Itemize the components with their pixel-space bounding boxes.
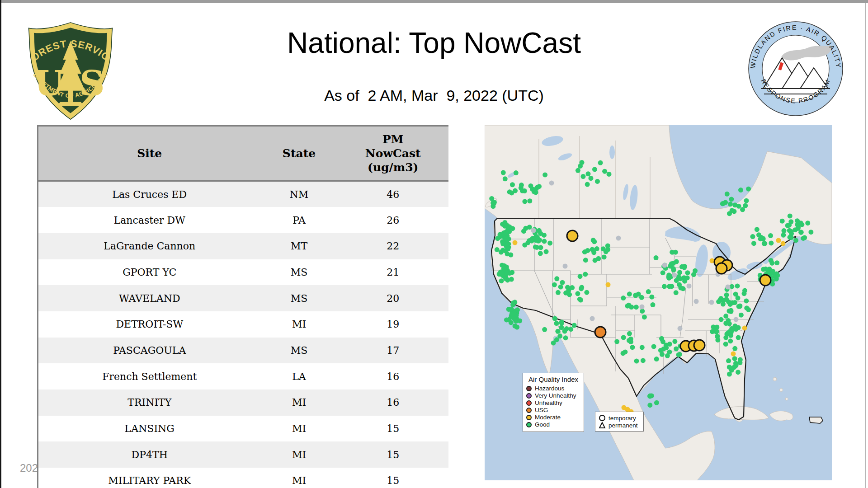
good-site-dot [731,365,736,370]
permanent-triangle-icon [599,422,606,429]
good-site-dot [556,290,561,295]
good-site-dot [630,345,635,350]
good-site-dot [678,276,683,281]
good-site-dot [507,189,512,194]
aqi-legend-item: Good [526,421,580,428]
good-site-dot [714,324,719,329]
pm-nowcast-cell: 20 [338,285,449,311]
good-site-dot [558,285,563,290]
good-site-dot [762,241,767,246]
good-site-dot [607,172,612,177]
good-site-dot [768,233,773,238]
table-row: GPORT YCMS21 [38,259,449,286]
good-site-dot [547,241,552,246]
inactive-site-dot [531,228,536,233]
good-site-dot [781,233,786,238]
usg-dot-icon [526,408,532,413]
aqi-legend-item: Very Unhealthy [526,392,580,399]
good-site-dot [514,170,519,175]
page-title: National: Top NowCast [0,26,868,60]
good-site-dot [554,276,559,281]
good-site-dot [737,304,742,309]
good-site-dot [572,323,577,328]
good-site-dot [591,250,596,255]
good-site-dot [736,335,741,340]
good-site-dot [668,263,673,268]
inactive-site-dot [616,236,621,241]
pm-nowcast-cell: 15 [338,441,449,468]
good-site-dot [736,296,741,300]
good-site-dot [534,235,539,240]
moderate-site-dot [776,238,781,243]
inactive-site-dot [672,273,677,278]
site-cell: GPORT YC [38,259,261,286]
state-cell: MS [261,338,338,364]
site-type-permanent-label: permanent [609,422,638,429]
inactive-site-dot [694,299,699,304]
good-site-dot [513,188,518,193]
good-site-dot [530,187,535,192]
good-site-dot [579,285,584,290]
good-site-dot [627,338,632,343]
aqi-legend-item-label: Unhealthy [535,399,562,406]
good-site-dot [542,327,547,332]
good-site-dot [509,270,514,275]
good-site-dot [499,250,504,255]
site-cell: WAVELAND [38,285,261,311]
good-site-dot [662,284,667,289]
aqi-legend-item: USG [526,407,580,413]
left-border-line [0,0,1,488]
column-header-site: Site [38,126,261,181]
good-site-dot [773,273,778,278]
state-cell: MI [261,416,338,442]
pm-nowcast-cell: 15 [338,416,449,442]
moderate-site-dot [622,405,627,410]
good-site-dot [795,218,800,223]
good-site-dot [560,280,565,285]
good-site-dot [769,240,774,245]
good-site-dot [552,316,557,321]
good-site-dot [515,307,520,312]
good-site-dot [602,254,607,259]
good-site-dot [537,184,542,189]
site-cell: DP4TH [38,441,261,468]
good-site-dot [788,213,793,218]
good-site-dot [519,183,524,188]
good-site-dot [799,230,804,235]
good-site-dot [782,228,787,233]
good-site-dot [554,321,559,326]
good-site-dot [527,238,532,243]
good-site-dot [580,174,585,179]
pm-nowcast-cell: 15 [338,468,449,488]
table-row: LaGrande CannonMT22 [38,233,449,259]
top-nowcast-site-marker [567,230,578,241]
good-site-dot [559,321,564,326]
table-row: PASCAGOULAMS17 [38,338,449,364]
clipped-timestamp: 202 [20,462,38,474]
good-site-dot [728,308,733,313]
good-site-dot [649,295,654,300]
good-site-dot [542,239,547,244]
good-site-dot [769,258,774,263]
table-row: LANSINGMI15 [38,416,449,442]
good-site-dot [555,329,560,334]
pm-nowcast-cell: 19 [338,311,449,338]
site-cell: PASCAGOULA [38,338,261,364]
good-site-dot [563,335,568,340]
good-site-dot [623,349,627,354]
good-site-dot [509,312,514,317]
good-site-dot [805,221,810,225]
good-site-dot [640,309,645,314]
moderate-site-dot [781,241,786,246]
column-header-state: State [261,126,338,181]
good-site-dot [654,357,659,361]
state-cell: LA [261,363,338,389]
inactive-site-dot [662,263,667,268]
good-site-dot [495,247,500,252]
table-row: DETROIT-SWMI19 [38,311,449,338]
good-site-dot [743,203,748,208]
good-site-dot [640,345,645,350]
good-site-dot [685,275,690,280]
good-site-dot [765,270,770,275]
site-cell: MILITARY PARK [38,468,261,488]
